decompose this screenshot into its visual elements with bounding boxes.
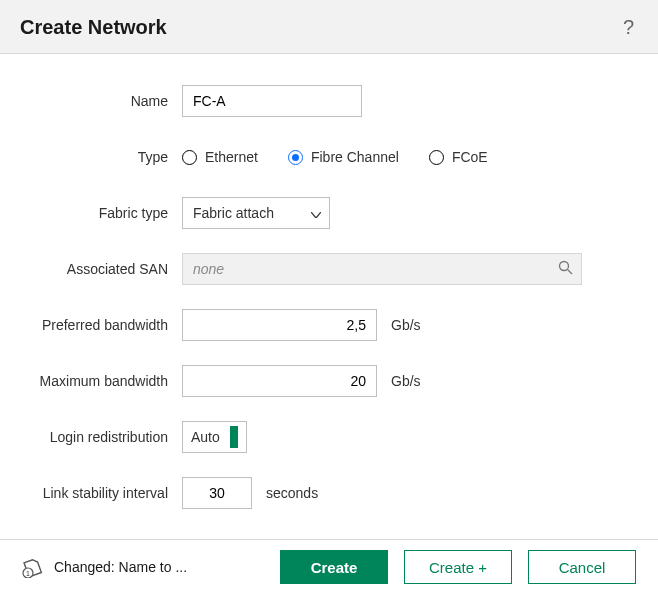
row-type: Type Ethernet Fibre Channel FCoE: [10, 140, 638, 174]
toggle-value: Auto: [191, 429, 220, 445]
select-value: Fabric attach: [193, 205, 274, 221]
create-button[interactable]: Create: [280, 550, 388, 584]
row-maximum-bandwidth: Maximum bandwidth Gb/s: [10, 364, 638, 398]
link-stability-interval-field[interactable]: [182, 477, 252, 509]
changes-badge-icon[interactable]: 1: [22, 556, 44, 578]
row-fabric-type: Fabric type Fabric attach: [10, 196, 638, 230]
radio-label: Fibre Channel: [311, 149, 399, 165]
dialog-footer: 1 Changed: Name to ... Create Create + C…: [0, 539, 658, 594]
help-icon[interactable]: ?: [623, 16, 634, 39]
label-preferred-bandwidth: Preferred bandwidth: [10, 317, 168, 333]
row-associated-san: Associated SAN none: [10, 252, 638, 286]
chevron-down-icon: [311, 205, 321, 221]
label-link-stability-interval: Link stability interval: [10, 485, 168, 501]
row-preferred-bandwidth: Preferred bandwidth Gb/s: [10, 308, 638, 342]
toggle-handle-icon: [230, 426, 238, 448]
row-name: Name: [10, 84, 638, 118]
radio-dot-icon: [292, 154, 299, 161]
create-plus-button[interactable]: Create +: [404, 550, 512, 584]
name-field[interactable]: [182, 85, 362, 117]
status-cell: 1 Changed: Name to ...: [22, 556, 264, 578]
login-redistribution-toggle[interactable]: Auto: [182, 421, 247, 453]
svg-line-1: [568, 270, 573, 275]
label-name: Name: [10, 93, 168, 109]
form-body: Name Type Ethernet Fibre Channel: [0, 54, 658, 539]
page-title: Create Network: [20, 16, 167, 39]
cancel-button[interactable]: Cancel: [528, 550, 636, 584]
search-icon[interactable]: [558, 260, 573, 278]
radio-ethernet[interactable]: Ethernet: [182, 149, 258, 165]
label-type: Type: [10, 149, 168, 165]
status-text: Changed: Name to ...: [54, 559, 187, 575]
unit-maximum-bandwidth: Gb/s: [391, 373, 421, 389]
type-radio-group: Ethernet Fibre Channel FCoE: [182, 149, 488, 165]
svg-point-0: [560, 262, 569, 271]
radio-circle-icon: [429, 150, 444, 165]
associated-san-field[interactable]: none: [182, 253, 582, 285]
maximum-bandwidth-field[interactable]: [182, 365, 377, 397]
unit-link-stability-interval: seconds: [266, 485, 318, 501]
radio-circle-icon: [288, 150, 303, 165]
radio-circle-icon: [182, 150, 197, 165]
row-link-stability-interval: Link stability interval seconds: [10, 476, 638, 510]
radio-label: FCoE: [452, 149, 488, 165]
label-maximum-bandwidth: Maximum bandwidth: [10, 373, 168, 389]
label-fabric-type: Fabric type: [10, 205, 168, 221]
label-login-redistribution: Login redistribution: [10, 429, 168, 445]
fabric-type-select[interactable]: Fabric attach: [182, 197, 330, 229]
create-network-dialog: Create Network ? Name Type Ethernet Fibr: [0, 0, 658, 594]
dialog-header: Create Network ?: [0, 0, 658, 54]
radio-label: Ethernet: [205, 149, 258, 165]
radio-fcoe[interactable]: FCoE: [429, 149, 488, 165]
preferred-bandwidth-field[interactable]: [182, 309, 377, 341]
label-associated-san: Associated SAN: [10, 261, 168, 277]
radio-fibre-channel[interactable]: Fibre Channel: [288, 149, 399, 165]
svg-text:1: 1: [26, 570, 30, 577]
row-login-redistribution: Login redistribution Auto: [10, 420, 638, 454]
san-placeholder: none: [193, 261, 224, 277]
unit-preferred-bandwidth: Gb/s: [391, 317, 421, 333]
